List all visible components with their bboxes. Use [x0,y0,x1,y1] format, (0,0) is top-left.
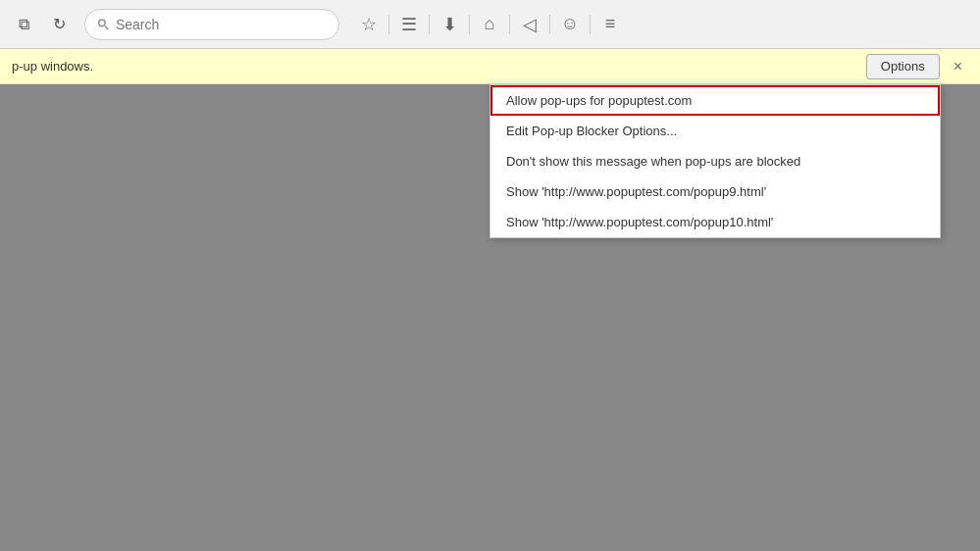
separator-4 [509,15,510,34]
reading-list-button[interactable]: ☰ [393,9,425,40]
dropdown-item-0[interactable]: Allow pop-ups for popuptest.com [490,85,940,116]
search-icon [97,18,110,31]
dropdown-item-3[interactable]: Show 'http://www.popuptest.com/popup9.ht… [490,176,940,207]
nav-buttons: ⧉ ↻ [8,9,75,40]
emoji-button[interactable]: ☺ [554,9,586,40]
reading-list-icon: ☰ [401,14,417,35]
send-icon: ◁ [523,14,537,35]
download-icon: ⬇ [442,14,457,35]
toolbar-icons: ☆ ☰ ⬇ ⌂ ◁ ☺ ≡ [353,9,626,40]
dropdown-item-1[interactable]: Edit Pop-up Blocker Options... [490,116,940,146]
notification-text: p-up windows. [12,59,866,74]
dropdown-item-4[interactable]: Show 'http://www.popuptest.com/popup10.h… [490,207,940,237]
screenshot-icon: ⧉ [19,16,29,33]
menu-icon: ≡ [605,14,616,34]
separator-6 [590,15,591,34]
search-input[interactable] [116,17,327,32]
emoji-icon: ☺ [561,14,579,34]
download-button[interactable]: ⬇ [434,9,465,40]
separator-3 [469,15,470,34]
notification-bar: p-up windows. Options × Allow pop-ups fo… [0,49,980,84]
bookmark-button[interactable]: ☆ [353,9,385,40]
separator-2 [429,15,430,34]
menu-button[interactable]: ≡ [594,9,626,40]
search-bar[interactable] [84,9,339,40]
screenshot-button[interactable]: ⧉ [8,9,39,40]
close-notification-button[interactable]: × [948,56,968,77]
svg-line-1 [105,25,108,28]
options-button[interactable]: Options [866,54,940,79]
separator-5 [549,15,550,34]
svg-point-0 [99,20,105,25]
home-icon: ⌂ [485,14,495,34]
send-button[interactable]: ◁ [514,9,545,40]
bookmark-icon: ☆ [361,14,377,35]
home-button[interactable]: ⌂ [474,9,505,40]
browser-toolbar: ⧉ ↻ ☆ ☰ ⬇ ⌂ ◁ ☺ [0,0,980,49]
refresh-button[interactable]: ↻ [43,9,75,40]
popup-options-menu: Allow pop-ups for popuptest.comEdit Pop-… [490,84,941,238]
refresh-icon: ↻ [53,15,66,33]
dropdown-item-2[interactable]: Don't show this message when pop-ups are… [490,146,940,176]
separator-1 [388,15,389,34]
